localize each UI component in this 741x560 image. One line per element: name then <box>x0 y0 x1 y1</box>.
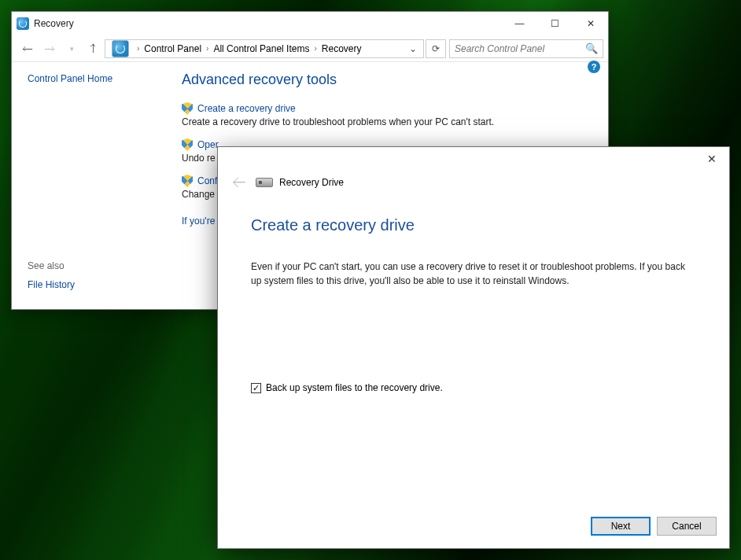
dialog-header: 🡠 Recovery Drive <box>218 171 729 191</box>
dialog-back-button[interactable]: 🡠 <box>230 174 248 191</box>
breadcrumb-item[interactable]: Recovery <box>322 43 362 54</box>
open-system-restore-link[interactable]: Oper <box>197 139 219 150</box>
dialog-close-button[interactable]: ✕ <box>694 147 729 171</box>
nav-recent-dropdown[interactable]: ▾ <box>62 39 81 58</box>
shield-icon <box>182 175 193 187</box>
minimize-button[interactable]: — <box>502 12 537 35</box>
navigation-bar: 🡐 🡒 ▾ 🡑 › Control Panel › All Control Pa… <box>12 35 608 62</box>
help-icon[interactable]: ? <box>588 61 600 73</box>
backup-checkbox[interactable]: ✓ <box>251 383 261 393</box>
dialog-title: Recovery Drive <box>279 177 344 188</box>
maximize-button[interactable]: ☐ <box>537 12 573 35</box>
address-icon <box>112 40 129 57</box>
next-button[interactable]: Next <box>591 517 651 536</box>
file-history-link[interactable]: File History <box>28 279 75 290</box>
window-title: Recovery <box>34 18 74 29</box>
nav-back-button[interactable]: 🡐 <box>18 39 37 58</box>
address-dropdown[interactable]: ⌄ <box>406 43 420 54</box>
configure-system-restore-link[interactable]: Conf <box>197 175 217 186</box>
dialog-heading: Create a recovery drive <box>251 216 696 234</box>
breadcrumb-item[interactable]: All Control Panel Items <box>213 43 309 54</box>
tool-item: Create a recovery drive Create a recover… <box>182 102 589 127</box>
recovery-drive-dialog: ✕ 🡠 Recovery Drive Create a recovery dri… <box>217 146 730 549</box>
chevron-right-icon: › <box>137 44 139 53</box>
backup-checkbox-label: Back up system files to the recovery dri… <box>266 382 443 393</box>
nav-forward-button[interactable]: 🡒 <box>40 39 59 58</box>
nav-up-button[interactable]: 🡑 <box>84 39 103 58</box>
create-recovery-drive-link[interactable]: Create a recovery drive <box>197 103 296 114</box>
tool-description: Create a recovery drive to troubleshoot … <box>182 116 589 127</box>
dialog-body-text: Even if your PC can't start, you can use… <box>251 260 696 288</box>
cancel-button[interactable]: Cancel <box>657 517 717 536</box>
shield-icon <box>182 102 193 115</box>
breadcrumb-item[interactable]: Control Panel <box>144 43 201 54</box>
dialog-titlebar[interactable]: ✕ <box>218 147 729 171</box>
close-button[interactable]: ✕ <box>573 12 608 35</box>
see-also-heading: See also <box>28 260 75 271</box>
search-input[interactable] <box>455 43 585 54</box>
titlebar[interactable]: Recovery — ☐ ✕ <box>12 12 608 35</box>
control-panel-home-link[interactable]: Control Panel Home <box>28 73 112 84</box>
sidebar: Control Panel Home See also File History <box>12 62 177 309</box>
recovery-icon <box>17 17 29 30</box>
dialog-footer: Next Cancel <box>591 517 717 536</box>
troubleshoot-link[interactable]: If you're <box>182 216 215 227</box>
search-icon[interactable]: 🔍 <box>585 42 598 54</box>
shield-icon <box>182 138 193 151</box>
chevron-right-icon: › <box>206 44 208 53</box>
drive-icon <box>256 178 273 187</box>
search-box[interactable]: 🔍 <box>449 39 603 58</box>
page-heading: Advanced recovery tools <box>182 72 589 88</box>
see-also-section: See also File History <box>28 260 75 290</box>
chevron-right-icon: › <box>314 44 316 53</box>
backup-checkbox-row[interactable]: ✓ Back up system files to the recovery d… <box>251 382 696 393</box>
refresh-button[interactable]: ⟳ <box>426 39 446 58</box>
address-bar[interactable]: › Control Panel › All Control Panel Item… <box>105 39 424 58</box>
